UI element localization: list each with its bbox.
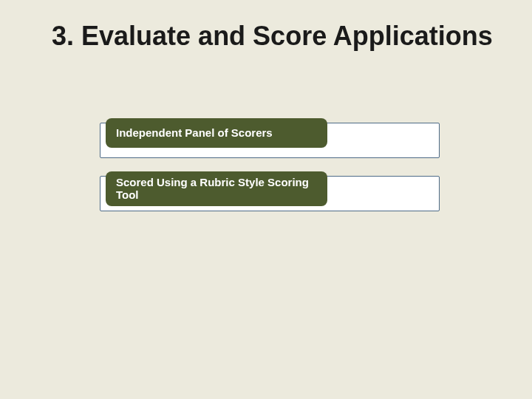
list-item-pill: Independent Panel of Scorers [106, 118, 327, 148]
slide: 3. Evaluate and Score Applications Indep… [0, 0, 532, 399]
slide-title: 3. Evaluate and Score Applications [52, 21, 510, 51]
list-item: Independent Panel of Scorers [100, 118, 440, 161]
list-item-label: Independent Panel of Scorers [116, 126, 273, 139]
content-list: Independent Panel of Scorers Scored Usin… [100, 118, 440, 225]
list-item-label: Scored Using a Rubric Style Scoring Tool [116, 176, 318, 202]
list-item: Scored Using a Rubric Style Scoring Tool [100, 171, 440, 214]
list-item-pill: Scored Using a Rubric Style Scoring Tool [106, 171, 327, 206]
